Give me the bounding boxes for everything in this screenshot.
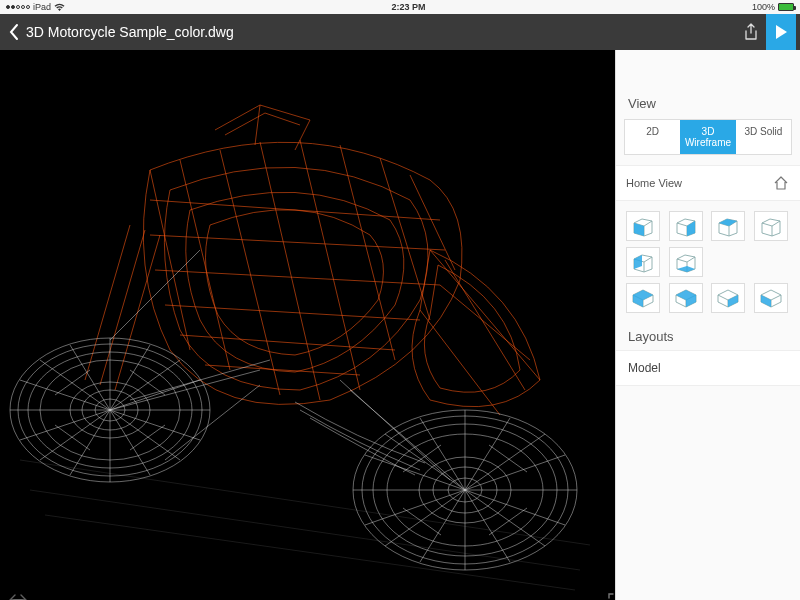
home-icon <box>772 174 790 192</box>
view-iso-sw[interactable] <box>626 283 660 313</box>
battery-pct: 100% <box>752 2 775 12</box>
view-cube-back[interactable] <box>754 211 788 241</box>
back-button[interactable] <box>2 14 26 50</box>
view-iso-grid <box>616 281 800 317</box>
view-cube-left[interactable] <box>626 247 660 277</box>
signal-icon <box>6 5 30 9</box>
view-panel: View 2D 3D Wireframe 3D Solid Home View <box>615 50 800 600</box>
layouts-section-title: Layouts <box>616 317 800 350</box>
view-cube-front[interactable] <box>626 211 660 241</box>
view-iso-se[interactable] <box>669 283 703 313</box>
home-view-label: Home View <box>626 177 682 189</box>
view-mode-segment: 2D 3D Wireframe 3D Solid <box>624 119 792 155</box>
view-cube-right[interactable] <box>669 211 703 241</box>
view-mode-3d-solid[interactable]: 3D Solid <box>736 120 791 154</box>
wifi-icon <box>54 3 65 12</box>
play-button[interactable] <box>766 14 796 50</box>
view-mode-2d[interactable]: 2D <box>625 120 680 154</box>
view-cube-grid-faces <box>616 201 800 281</box>
ios-status-bar: iPad 2:23 PM 100% <box>0 0 800 14</box>
share-button[interactable] <box>736 14 766 50</box>
file-title: 3D Motorcycle Sample_color.dwg <box>26 24 736 40</box>
clock: 2:23 PM <box>65 2 752 12</box>
viewport-3d[interactable] <box>0 50 615 600</box>
view-mode-3d-wireframe[interactable]: 3D Wireframe <box>680 120 735 154</box>
view-cube-bottom[interactable] <box>669 247 703 277</box>
home-view-row[interactable]: Home View <box>616 165 800 201</box>
app-titlebar: 3D Motorcycle Sample_color.dwg <box>0 14 800 50</box>
view-iso-nw[interactable] <box>754 283 788 313</box>
battery-icon <box>778 3 794 11</box>
view-iso-ne[interactable] <box>711 283 745 313</box>
layout-item-model[interactable]: Model <box>616 350 800 386</box>
carrier-label: iPad <box>33 2 51 12</box>
view-section-title: View <box>616 86 800 119</box>
view-cube-top[interactable] <box>711 211 745 241</box>
